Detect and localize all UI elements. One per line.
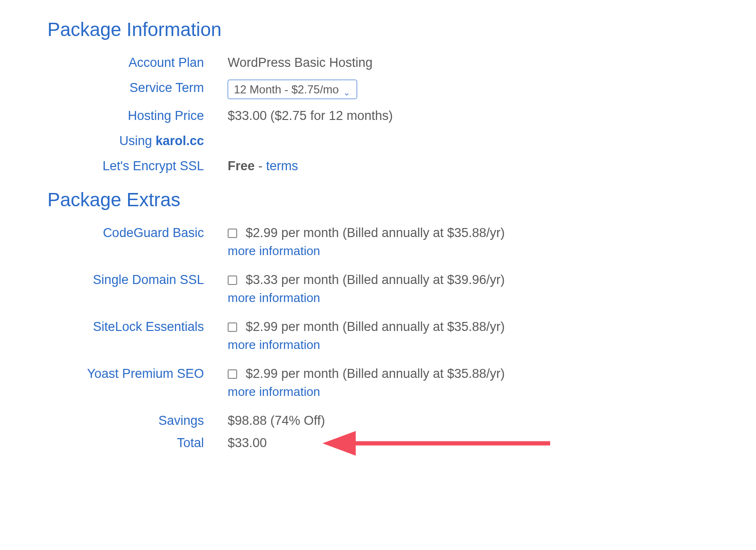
extra-price-ssl: $3.33 per month (Billed annually at $39.… [246, 273, 505, 287]
savings-value: $98.88 (74% Off) [228, 412, 737, 429]
extra-moreinfo-yoast[interactable]: more information [228, 384, 320, 400]
extra-price-yoast: $2.99 per month (Billed annually at $35.… [246, 367, 505, 381]
ssl-value: Free - terms [228, 158, 737, 174]
ssl-sep: - [255, 159, 266, 173]
extra-checkbox-ssl[interactable] [228, 275, 237, 285]
extra-moreinfo-ssl[interactable]: more information [228, 290, 320, 306]
extra-label-codeguard: CodeGuard Basic [19, 225, 228, 241]
extra-moreinfo-codeguard[interactable]: more information [228, 243, 320, 259]
savings-label: Savings [19, 412, 228, 429]
extra-checkbox-yoast[interactable] [228, 369, 237, 379]
service-term-label: Service Term [19, 80, 228, 96]
ssl-terms-link[interactable]: terms [266, 159, 298, 173]
account-plan-value: WordPress Basic Hosting [228, 55, 737, 71]
arrow-icon [323, 429, 550, 458]
section-title-extras: Package Extras [47, 189, 737, 211]
using-prefix: Using [119, 134, 156, 148]
section-title-info: Package Information [47, 19, 737, 40]
service-term-selected: 12 Month - $2.75/mo [234, 82, 339, 97]
account-plan-label: Account Plan [19, 55, 228, 71]
extra-checkbox-codeguard[interactable] [228, 229, 237, 238]
extra-label-yoast: Yoast Premium SEO [19, 366, 228, 382]
extra-label-ssl: Single Domain SSL [19, 272, 228, 288]
extra-price-codeguard: $2.99 per month (Billed annually at $35.… [246, 226, 505, 240]
extra-price-sitelock: $2.99 per month (Billed annually at $35.… [246, 320, 505, 334]
hosting-price-value: $33.00 ($2.75 for 12 months) [228, 108, 737, 124]
extra-checkbox-sitelock[interactable] [228, 322, 237, 332]
ssl-label: Let's Encrypt SSL [19, 158, 228, 174]
total-label: Total [19, 435, 228, 451]
using-domain: karol.cc [156, 134, 204, 148]
svg-marker-1 [323, 431, 356, 456]
chevron-down-icon [343, 86, 350, 93]
ssl-free: Free [228, 159, 255, 173]
extra-moreinfo-sitelock[interactable]: more information [228, 337, 320, 353]
using-domain-label: Using karol.cc [19, 133, 228, 149]
service-term-select[interactable]: 12 Month - $2.75/mo [228, 80, 357, 99]
extra-label-sitelock: SiteLock Essentials [19, 319, 228, 335]
hosting-price-label: Hosting Price [19, 108, 228, 124]
